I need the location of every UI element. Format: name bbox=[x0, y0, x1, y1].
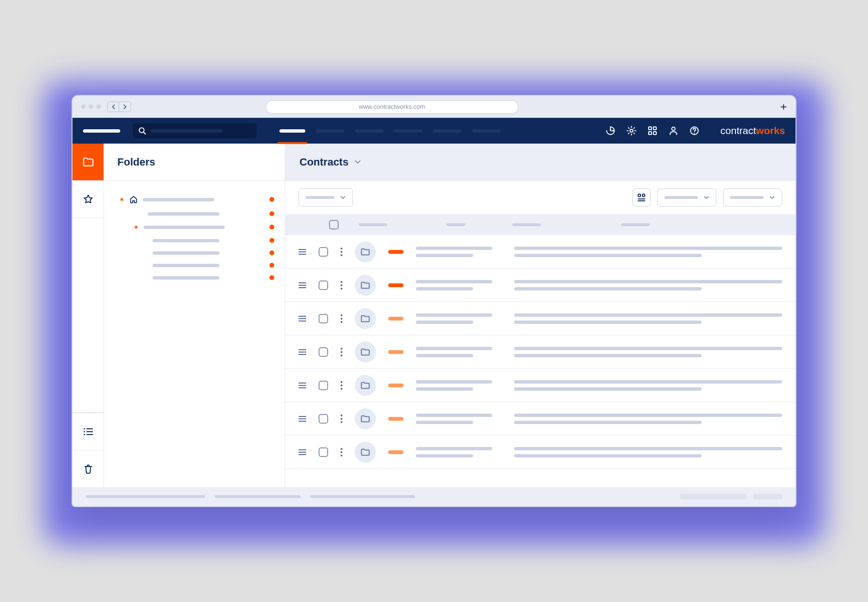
item-type-icon bbox=[355, 241, 376, 262]
row-menu-button[interactable] bbox=[341, 248, 342, 256]
status-dot-icon bbox=[269, 238, 274, 243]
svg-rect-4 bbox=[653, 127, 656, 130]
drag-handle-icon[interactable] bbox=[299, 449, 306, 455]
url-bar[interactable]: www.contractworks.com bbox=[266, 100, 518, 114]
row-checkbox[interactable] bbox=[319, 280, 328, 290]
table-row[interactable] bbox=[285, 269, 796, 302]
drag-handle-icon[interactable] bbox=[299, 249, 306, 255]
browser-window: www.contractworks.com + bbox=[72, 95, 796, 507]
row-checkbox[interactable] bbox=[319, 447, 328, 457]
app-logo[interactable] bbox=[83, 129, 120, 133]
rail-favorites[interactable] bbox=[72, 181, 103, 218]
row-checkbox[interactable] bbox=[319, 381, 328, 390]
folder-name bbox=[144, 226, 225, 229]
svg-line-1 bbox=[144, 132, 145, 134]
table-header bbox=[285, 214, 796, 235]
group-dropdown[interactable] bbox=[723, 188, 782, 207]
item-type-icon bbox=[355, 442, 376, 463]
new-tab-button[interactable]: + bbox=[780, 100, 787, 114]
table-row[interactable] bbox=[285, 436, 796, 469]
nav-tab[interactable] bbox=[472, 129, 501, 133]
table-row[interactable] bbox=[285, 369, 796, 402]
forward-button[interactable] bbox=[119, 102, 131, 112]
drag-handle-icon[interactable] bbox=[299, 416, 306, 422]
search-input[interactable] bbox=[133, 123, 257, 138]
back-button[interactable] bbox=[108, 102, 119, 112]
folder-tree-item[interactable] bbox=[114, 247, 274, 259]
row-menu-button[interactable] bbox=[341, 281, 342, 290]
view-toggle[interactable] bbox=[632, 188, 651, 207]
folder-tree-item[interactable]: ★ bbox=[114, 220, 274, 234]
analytics-icon[interactable] bbox=[605, 125, 616, 136]
rail-trash[interactable] bbox=[72, 450, 103, 487]
main-header: Contracts bbox=[285, 144, 796, 181]
row-checkbox[interactable] bbox=[319, 414, 328, 424]
trash-icon bbox=[83, 464, 93, 474]
folder-tree-item[interactable] bbox=[114, 271, 274, 284]
table-row[interactable] bbox=[285, 402, 796, 436]
folder-name bbox=[153, 264, 219, 267]
folder-tree-item[interactable]: ★ bbox=[114, 191, 274, 208]
column-header[interactable] bbox=[512, 223, 541, 226]
folder-icon bbox=[360, 280, 371, 291]
drag-handle-icon[interactable] bbox=[299, 349, 306, 355]
nav-tab[interactable] bbox=[394, 129, 423, 133]
sort-dropdown[interactable] bbox=[657, 188, 716, 207]
pagination[interactable] bbox=[680, 494, 747, 499]
grid-list-icon bbox=[637, 193, 646, 202]
user-icon[interactable] bbox=[668, 125, 679, 136]
help-icon[interactable] bbox=[689, 125, 700, 136]
row-menu-button[interactable] bbox=[341, 381, 342, 390]
row-cell bbox=[416, 414, 502, 424]
svg-point-10 bbox=[83, 428, 85, 429]
gear-icon[interactable] bbox=[626, 125, 637, 136]
folder-tree-item[interactable] bbox=[114, 259, 274, 271]
row-menu-button[interactable] bbox=[341, 448, 342, 457]
status-dot-icon bbox=[269, 250, 274, 255]
row-cell bbox=[514, 313, 782, 324]
row-tag bbox=[388, 350, 403, 354]
item-type-icon bbox=[355, 308, 376, 329]
filter-dropdown[interactable] bbox=[299, 188, 353, 207]
folder-tree-item[interactable] bbox=[114, 208, 274, 220]
folder-name bbox=[148, 212, 219, 216]
window-controls[interactable] bbox=[81, 104, 101, 109]
nav-tab-active[interactable] bbox=[279, 129, 305, 133]
folder-tree-item[interactable] bbox=[114, 234, 274, 247]
row-checkbox[interactable] bbox=[319, 314, 328, 323]
table-row[interactable] bbox=[285, 335, 796, 369]
folder-icon bbox=[360, 313, 371, 324]
row-cell bbox=[416, 380, 502, 391]
row-menu-button[interactable] bbox=[341, 415, 342, 423]
star-icon: ★ bbox=[119, 196, 124, 203]
status-dot-icon bbox=[269, 225, 274, 229]
drag-handle-icon[interactable] bbox=[299, 316, 306, 322]
nav-tab[interactable] bbox=[316, 129, 344, 133]
svg-rect-5 bbox=[649, 132, 651, 135]
rail-folders[interactable] bbox=[72, 144, 103, 181]
apps-icon[interactable] bbox=[647, 125, 658, 136]
list-icon bbox=[83, 426, 93, 437]
column-header[interactable] bbox=[359, 223, 387, 226]
column-header[interactable] bbox=[621, 223, 650, 226]
select-all-checkbox[interactable] bbox=[329, 220, 339, 229]
item-type-icon bbox=[355, 375, 376, 396]
row-checkbox[interactable] bbox=[319, 347, 328, 357]
rail-list[interactable] bbox=[72, 413, 103, 450]
pagination-next[interactable] bbox=[754, 494, 782, 499]
nav-tab[interactable] bbox=[433, 129, 462, 133]
table-row[interactable] bbox=[285, 302, 796, 335]
folder-sidebar: Folders ★★ bbox=[104, 144, 285, 487]
row-menu-button[interactable] bbox=[341, 314, 342, 323]
table-row[interactable] bbox=[285, 235, 796, 269]
row-tag bbox=[388, 384, 403, 387]
column-header[interactable] bbox=[446, 223, 465, 226]
drag-handle-icon[interactable] bbox=[299, 282, 306, 288]
row-menu-button[interactable] bbox=[341, 348, 342, 356]
chevron-down-icon[interactable] bbox=[354, 160, 361, 165]
folder-icon bbox=[360, 380, 371, 391]
folder-name bbox=[143, 198, 214, 201]
row-checkbox[interactable] bbox=[319, 247, 328, 257]
drag-handle-icon[interactable] bbox=[299, 383, 306, 388]
nav-tab[interactable] bbox=[355, 129, 383, 133]
